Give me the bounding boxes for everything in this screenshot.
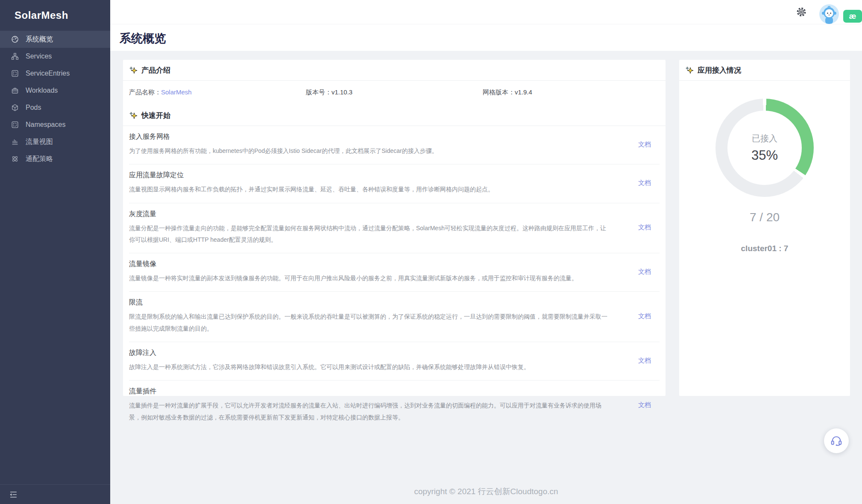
quickstart-item-title: 灰度流量 (129, 210, 608, 219)
access-chart-area: 已接入 35% 7 / 20 cluster01 : 7 (679, 81, 850, 253)
sparkles-icon (129, 111, 138, 120)
sidebar-item-label: 系统概览 (26, 35, 53, 44)
quickstart-item-title: 故障注入 (129, 349, 608, 357)
cluster-count-text: cluster01 : 7 (741, 244, 789, 253)
quickstart-item-title: 应用流量故障定位 (129, 171, 608, 180)
sidebar-item-namespaces[interactable]: Namespaces (0, 116, 110, 133)
product-info-row: 产品名称：SolarMesh 版本号：v1.10.3 网格版本：v1.9.4 (123, 81, 666, 105)
sidebar-item-label: Services (26, 53, 52, 60)
sidebar-item-label: Pods (26, 104, 41, 111)
quickstart-item-desc: 流量插件是一种对流量的扩展手段，它可以允许开发者对流经服务的流量在入站、出站时进… (129, 400, 608, 423)
sidebar-item-pods[interactable]: Pods (0, 99, 110, 116)
app-access-card: 应用接入情况 已接入 35% 7 / 20 cluster01 : 7 (679, 60, 850, 396)
quickstart-item-title: 接入服务网格 (129, 132, 608, 141)
quickstart-item-desc: 故障注入是一种系统测试方法，它涉及将网络故障和错误故意引入系统。它可以用来测试设… (129, 361, 608, 373)
bordered-square-icon (11, 121, 19, 129)
access-ratio-text: 7 / 20 (750, 211, 780, 224)
access-section-title: 应用接入情况 (698, 65, 741, 75)
product-name-field: 产品名称：SolarMesh (129, 88, 306, 97)
doc-link[interactable]: 文档 (638, 268, 660, 276)
dashboard-icon (11, 35, 19, 43)
bordered-square-icon (11, 70, 19, 77)
doc-link[interactable]: 文档 (638, 357, 660, 365)
version-label: 版本号： (306, 88, 331, 96)
sidebar-item-label: ServiceEntries (26, 70, 70, 77)
sidebar-item-label: 通配策略 (26, 155, 53, 164)
copyright-footer: copyright © 2021 行云创新Cloudtogo.cn (110, 486, 862, 497)
sidebar-item-workloads[interactable]: Workloads (0, 82, 110, 99)
product-section-title: 产品介绍 (141, 65, 170, 75)
list-item-gray-traffic: 灰度流量 流量分配是一种操作流量走向的功能，是能够完全配置流量如何在服务网状结构… (129, 203, 660, 254)
list-item-fault-locating: 应用流量故障定位 流量视图显示网格内服务和工作负载的拓扑，并通过实时展示网络流量… (129, 164, 660, 203)
sparkles-icon (685, 66, 694, 75)
quickstart-item-title: 限流 (129, 298, 608, 307)
quickstart-item-title: 流量插件 (129, 387, 608, 396)
quickstart-section-header: 快速开始 (123, 105, 666, 126)
headset-icon (830, 434, 843, 447)
access-donut: 已接入 35% (715, 99, 814, 197)
access-section-header: 应用接入情况 (679, 60, 850, 81)
mesh-version-label: 网格版本： (483, 88, 515, 96)
sidebar-menu: 系统概览 Services ServiceEntries (0, 31, 110, 167)
avatar-extension-badge[interactable]: æ (843, 10, 862, 23)
sidebar-collapse-button[interactable] (0, 484, 110, 504)
cluster-icon (11, 53, 19, 60)
sidebar-item-label: Workloads (26, 87, 58, 94)
list-item-fault-injection: 故障注入 故障注入是一种系统测试方法，它涉及将网络故障和错误故意引入系统。它可以… (129, 342, 660, 381)
top-header: æ (110, 0, 862, 24)
sidebar-item-wildcard-policy[interactable]: 通配策略 (0, 150, 110, 167)
atom-icon (11, 155, 19, 163)
toolbox-icon (11, 87, 19, 94)
menu-fold-icon (9, 490, 18, 499)
doc-link[interactable]: 文档 (638, 223, 660, 231)
cube-icon (11, 104, 19, 111)
doc-link[interactable]: 文档 (638, 312, 660, 320)
sidebar-item-services[interactable]: Services (0, 48, 110, 65)
sidebar-item-traffic-view[interactable]: 流量视图 (0, 133, 110, 150)
support-float-button[interactable] (824, 428, 849, 453)
doc-link[interactable]: 文档 (638, 141, 660, 149)
doc-link[interactable]: 文档 (638, 401, 660, 409)
donut-center: 已接入 35% (727, 111, 802, 185)
doc-link[interactable]: 文档 (638, 179, 660, 187)
quickstart-item-title: 流量镜像 (129, 260, 608, 269)
sparkles-icon (129, 66, 138, 75)
product-name-link[interactable]: SolarMesh (161, 88, 192, 96)
product-version-field: 版本号：v1.10.3 (306, 88, 483, 97)
version-value: v1.10.3 (331, 88, 352, 96)
user-avatar[interactable]: æ (819, 4, 852, 24)
quickstart-item-desc: 为了使用服务网格的所有功能，kubernetes中的Pod必须接入Istio S… (129, 145, 608, 157)
quickstart-item-desc: 限流是限制系统的输入和输出流量已达到保护系统的目的。一般来说系统的吞吐量是可以被… (129, 311, 608, 334)
donut-center-label: 已接入 (752, 133, 777, 144)
product-section-header: 产品介绍 (123, 60, 666, 81)
page-title-band: 系统概览 (110, 24, 862, 51)
page-title: 系统概览 (120, 31, 166, 46)
product-name-label: 产品名称： (129, 88, 161, 96)
sidebar-item-serviceentries[interactable]: ServiceEntries (0, 65, 110, 82)
app-logo-title: SolarMesh (0, 0, 110, 31)
sidebar: SolarMesh 系统概览 Services (0, 0, 110, 504)
list-item-mesh-access: 接入服务网格 为了使用服务网格的所有功能，kubernetes中的Pod必须接入… (129, 126, 660, 164)
quickstart-item-desc: 流量视图显示网格内服务和工作负载的拓扑，并通过实时展示网络流量、延迟、吞吐量、各… (129, 184, 608, 195)
list-item-rate-limit: 限流 限流是限制系统的输入和输出流量已达到保护系统的目的。一般来说系统的吞吐量是… (129, 292, 660, 342)
donut-center-value: 35% (751, 148, 778, 163)
sidebar-item-label: 流量视图 (26, 138, 53, 147)
list-item-traffic-plugin: 流量插件 流量插件是一种对流量的扩展手段，它可以允许开发者对流经服务的流量在入站… (129, 381, 660, 431)
mesh-version-field: 网格版本：v1.9.4 (483, 88, 660, 97)
quickstart-item-desc: 流量分配是一种操作流量走向的功能，是能够完全配置流量如何在服务网状结构中流动，通… (129, 223, 608, 246)
sidebar-item-system-overview[interactable]: 系统概览 (0, 31, 110, 48)
list-item-traffic-mirror: 流量镜像 流量镜像是一种将实时流量的副本发送到镜像服务的功能。可用于在向用户推出… (129, 253, 660, 292)
mesh-version-value: v1.9.4 (515, 88, 532, 96)
settings-gear-icon[interactable] (796, 7, 806, 17)
overview-card: 产品介绍 产品名称：SolarMesh 版本号：v1.10.3 网格版本：v1.… (123, 60, 666, 396)
robot-avatar-icon (819, 4, 839, 24)
quickstart-section-title: 快速开始 (141, 111, 170, 120)
bar-chart-icon (11, 138, 19, 146)
sidebar-item-label: Namespaces (26, 121, 65, 129)
quickstart-item-desc: 流量镜像是一种将实时流量的副本发送到镜像服务的功能。可用于在向用户推出风险最小的… (129, 273, 608, 284)
